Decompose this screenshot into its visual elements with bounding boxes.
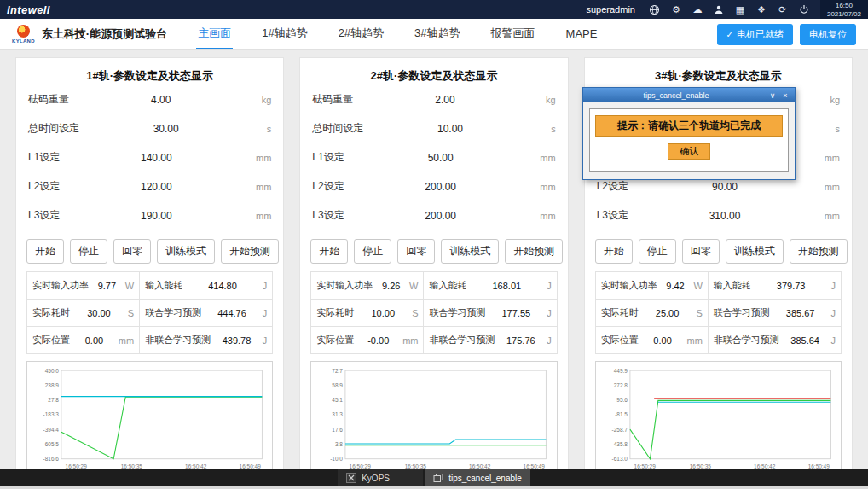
status-value: 385.67 (773, 308, 828, 318)
svg-text:-605.5: -605.5 (43, 441, 60, 447)
param-value-field[interactable]: 140.00 (60, 152, 252, 164)
param-value-field[interactable]: 120.00 (60, 181, 252, 193)
param-value-field[interactable]: 90.00 (628, 181, 821, 193)
status-row: 实时输入功率 9.77 W 输入能耗 414.80 J (27, 272, 272, 300)
tab-axis3-trend[interactable]: 3#轴趋势 (413, 19, 461, 49)
power-icon[interactable] (798, 3, 810, 15)
status-value: 168.01 (470, 281, 543, 291)
status-unit: mm (119, 335, 134, 346)
param-unit: kg (537, 95, 556, 105)
status-row: 实际耗时 25.00 S 联合学习预测 385.67 J (596, 300, 841, 327)
param-row: L3设定 190.00 mm (26, 201, 273, 230)
motor-reset-button[interactable]: 电机复位 (800, 24, 856, 45)
status-value: -0.00 (357, 335, 399, 346)
system-topbar: Intewell superadmin ⚙ ☁ ▦ ❖ ⟳ 16:50 2021… (0, 0, 868, 19)
svg-text:16:50:29: 16:50:29 (66, 463, 88, 469)
start-predict-button[interactable]: 开始预测 (790, 239, 848, 264)
status-value: 30.00 (73, 308, 124, 318)
param-value-field[interactable]: 310.00 (628, 210, 821, 222)
svg-text:45.1: 45.1 (333, 397, 344, 403)
param-row: L1设定 140.00 mm (26, 143, 273, 172)
tab-alarm-screen[interactable]: 报警画面 (489, 19, 537, 49)
tab-axis2-trend[interactable]: 2#轴趋势 (337, 19, 385, 49)
status-value: 379.73 (755, 281, 828, 291)
system-clock: 16:50 2021/07/02 (820, 0, 868, 19)
stop-button[interactable]: 停止 (354, 239, 391, 264)
param-value-field[interactable]: 200.00 (344, 210, 537, 222)
param-unit: mm (252, 211, 271, 221)
tab-main-screen[interactable]: 主画面 (196, 19, 233, 49)
start-button[interactable]: 开始 (310, 239, 348, 264)
main-tabs: 主画面 1#轴趋势 2#轴趋势 3#轴趋势 报警画面 MAPE (196, 19, 599, 49)
user-icon[interactable] (713, 3, 725, 15)
task-label: tips_cancel_enable (448, 474, 522, 483)
train-mode-button[interactable]: 训练模式 (157, 239, 215, 264)
param-unit: s (252, 124, 271, 134)
svg-text:95.6: 95.6 (616, 397, 628, 403)
start-predict-button[interactable]: 开始预测 (221, 239, 279, 264)
settings-icon[interactable]: ⚙ (670, 3, 682, 15)
status-label: 非联合学习预测 (145, 334, 211, 346)
dialog-body: 提示：请确认三个轨道均已完成 确认 (583, 102, 795, 179)
start-button[interactable]: 开始 (595, 239, 633, 264)
task-tips-cancel-enable[interactable]: tips_cancel_enable (425, 469, 530, 486)
status-unit: J (263, 281, 268, 291)
task-kyops[interactable]: KyOPS (338, 469, 423, 486)
start-button[interactable]: 开始 (26, 239, 64, 264)
param-label: 砝码重量 (28, 92, 69, 107)
status-cell: 实时输入功率 9.26 W (311, 272, 424, 299)
param-unit: s (821, 124, 840, 134)
status-label: 实际位置 (32, 334, 70, 346)
param-unit: mm (537, 211, 556, 221)
home-button[interactable]: 回零 (113, 239, 151, 264)
status-label: 联合学习预测 (145, 306, 201, 319)
minimize-icon[interactable]: ∨ (767, 90, 778, 101)
motor-reset-label: 电机复位 (809, 28, 847, 41)
svg-text:272.8: 272.8 (613, 382, 628, 388)
home-button[interactable]: 回零 (397, 239, 435, 264)
rail1-controls: 开始 停止 回零 训练模式 开始预测 (26, 239, 273, 264)
apps-icon[interactable]: ▦ (734, 3, 746, 15)
intewell-logo: Intewell (7, 3, 50, 16)
cloud-icon[interactable]: ☁ (692, 3, 703, 15)
status-label: 非联合学习预测 (714, 334, 779, 346)
tab-mape[interactable]: MAPE (564, 19, 599, 49)
status-unit: S (128, 308, 134, 318)
param-value-field[interactable]: 30.00 (79, 123, 252, 135)
dialog-titlebar[interactable]: tips_cancel_enable ∨ × (583, 88, 795, 102)
param-value-field[interactable]: 200.00 (344, 181, 537, 193)
rail1-chart-box: 450.0238.927.8-183.3-394.4-605.5-816.616… (26, 361, 273, 477)
confirm-button[interactable]: 确认 (668, 143, 710, 160)
param-value-field[interactable]: 50.00 (344, 152, 537, 164)
start-predict-button[interactable]: 开始预测 (505, 239, 563, 264)
app-navbar: KYLAND 东土科技·能源预测试验台 主画面 1#轴趋势 2#轴趋势 3#轴趋… (0, 19, 868, 50)
motor-ready-button[interactable]: ✓ 电机已就绪 (717, 24, 793, 45)
param-value-field[interactable]: 4.00 (69, 94, 252, 106)
status-value: 439.78 (214, 335, 259, 346)
train-mode-button[interactable]: 训练模式 (441, 239, 499, 264)
svg-text:-258.7: -258.7 (611, 427, 628, 433)
close-icon[interactable]: × (780, 90, 790, 101)
status-label: 非联合学习预测 (429, 334, 495, 346)
status-unit: S (696, 308, 702, 318)
param-value-field[interactable]: 2.00 (353, 94, 536, 106)
tab-axis1-trend[interactable]: 1#轴趋势 (260, 19, 309, 49)
svg-text:-613.0: -613.0 (611, 456, 628, 462)
sync-icon[interactable]: ⟳ (777, 3, 789, 15)
status-unit: J (830, 308, 836, 318)
svg-text:-816.6: -816.6 (43, 456, 60, 462)
param-unit: kg (252, 95, 271, 105)
status-label: 联合学习预测 (429, 306, 485, 319)
kyland-logo-text: KYLAND (12, 38, 35, 44)
param-value-field[interactable]: 10.00 (363, 123, 536, 135)
home-button[interactable]: 回零 (682, 239, 720, 264)
share-icon[interactable]: ❖ (755, 3, 767, 15)
param-row: L2设定 120.00 mm (26, 172, 273, 201)
param-row: L1设定 50.00 mm (310, 143, 557, 172)
param-value-field[interactable]: 190.00 (60, 210, 252, 222)
train-mode-button[interactable]: 训练模式 (726, 239, 784, 264)
check-icon: ✓ (726, 30, 733, 39)
stop-button[interactable]: 停止 (70, 239, 107, 264)
globe-icon[interactable] (649, 3, 661, 15)
stop-button[interactable]: 停止 (639, 239, 676, 264)
